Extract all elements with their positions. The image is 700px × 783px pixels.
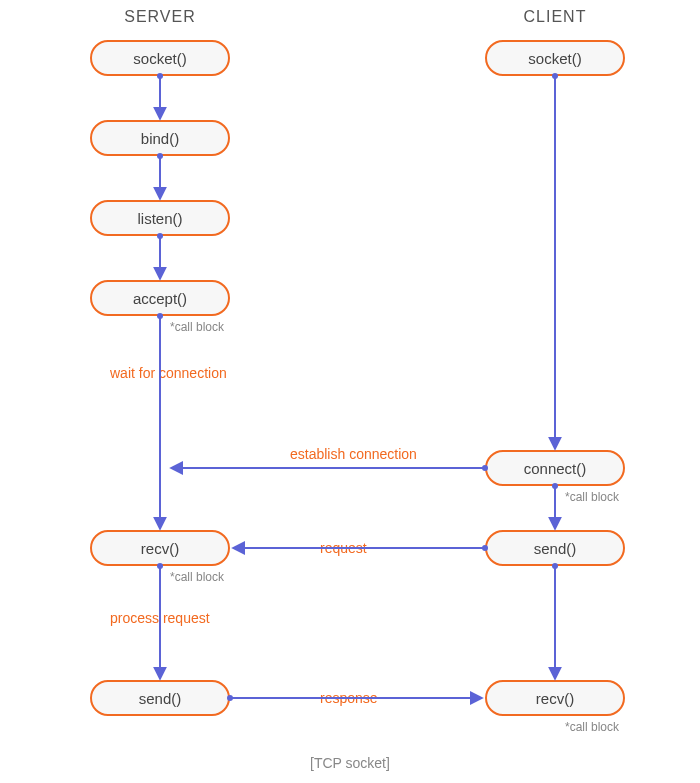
client-recv-annot: *call block (565, 720, 619, 734)
diagram-caption: [TCP socket] (310, 755, 390, 771)
server-accept-annot: *call block (170, 320, 224, 334)
client-send-node: send() (485, 530, 625, 566)
client-column-title: CLIENT (475, 8, 635, 26)
client-socket-node: socket() (485, 40, 625, 76)
server-column-title: SERVER (80, 8, 240, 26)
label-process-request: process request (110, 610, 210, 626)
client-connect-annot: *call block (565, 490, 619, 504)
label-wait-for-connection: wait for connection (110, 365, 227, 381)
server-accept-node: accept() (90, 280, 230, 316)
server-socket-node: socket() (90, 40, 230, 76)
server-send-node: send() (90, 680, 230, 716)
client-recv-node: recv() (485, 680, 625, 716)
client-connect-node: connect() (485, 450, 625, 486)
label-response: response (320, 690, 378, 706)
label-request: request (320, 540, 367, 556)
label-establish-connection: establish connection (290, 446, 417, 462)
server-listen-node: listen() (90, 200, 230, 236)
server-recv-annot: *call block (170, 570, 224, 584)
wires-svg (0, 0, 700, 783)
diagram-stage: SERVER CLIENT socket() bind() listen() a… (0, 0, 700, 783)
server-bind-node: bind() (90, 120, 230, 156)
server-recv-node: recv() (90, 530, 230, 566)
